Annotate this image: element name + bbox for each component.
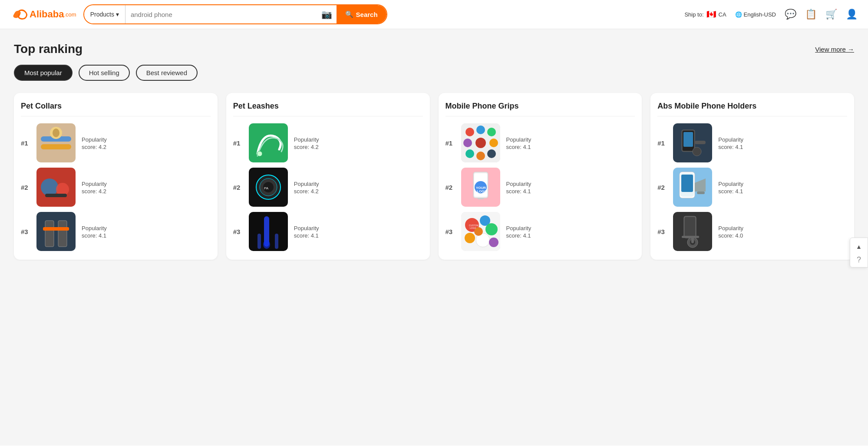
category-grid: Pet Collars#1 Popularityscore: 4.2#2 Pop… — [14, 93, 854, 260]
category-title-mobile-phone-grips: Mobile Phone Grips — [446, 102, 635, 116]
search-button[interactable]: 🔍 Search — [337, 5, 386, 23]
product-item[interactable]: #2 PA Popularityscore: 4.2 — [233, 168, 423, 207]
category-title-pet-leashes: Pet Leashes — [233, 102, 423, 116]
product-rank: #3 — [21, 228, 30, 235]
svg-text:PA: PA — [264, 186, 269, 190]
product-image-pet-leashes-2: PA — [249, 168, 288, 207]
scroll-up-button[interactable]: ▲ — [853, 241, 865, 253]
product-info: Popularityscore: 4.1 — [506, 224, 635, 239]
product-item[interactable]: #2 Popularityscore: 4.1 — [657, 168, 847, 207]
popularity-score: score: 4.2 — [82, 188, 211, 195]
popularity-score: score: 4.1 — [506, 188, 635, 195]
svg-rect-70 — [682, 236, 699, 238]
search-input[interactable] — [125, 5, 317, 23]
svg-rect-2 — [41, 144, 71, 149]
product-item[interactable]: #1 Popularityscore: 4.2 — [233, 123, 423, 162]
product-image-mobile-phone-grips-1 — [461, 123, 500, 162]
account-icon[interactable]: 👤 — [846, 9, 858, 20]
product-item[interactable]: #2 YOUR LOGO Popularityscore: 4.1 — [446, 168, 635, 207]
product-image-pet-collars-1 — [36, 123, 76, 162]
product-item[interactable]: #1 Popularityscore: 4.2 — [21, 123, 211, 162]
popularity-label: Popularity — [718, 224, 847, 233]
language-label: English-USD — [744, 11, 776, 18]
popularity-label: Popularity — [506, 224, 635, 233]
popularity-label: Popularity — [294, 224, 423, 233]
category-card-pet-leashes: Pet Leashes#1 Popularityscore: 4.2#2 PA … — [226, 93, 430, 260]
alibaba-logo-icon — [10, 7, 30, 22]
svg-point-27 — [476, 126, 485, 134]
product-info: Popularityscore: 4.1 — [718, 180, 847, 195]
product-info: Popularityscore: 4.0 — [718, 224, 847, 239]
language-selector[interactable]: 🌐 English-USD — [735, 11, 776, 18]
chevron-down-icon: ▾ — [116, 11, 119, 18]
svg-point-26 — [465, 128, 474, 136]
category-card-abs-mobile-phone-holders: Abs Mobile Phone Holders#1 Popularitysco… — [650, 93, 854, 260]
product-info: Popularityscore: 4.1 — [82, 224, 211, 239]
popularity-score: score: 4.1 — [506, 232, 635, 239]
svg-rect-12 — [43, 227, 69, 231]
product-rank: #1 — [657, 139, 667, 147]
logo[interactable]: Alibaba.com — [10, 7, 76, 22]
product-image-abs-mobile-phone-holders-1 — [673, 123, 712, 162]
product-image-pet-collars-2 — [36, 168, 76, 207]
product-rank: #3 — [233, 228, 243, 235]
tab-most-popular[interactable]: Most popular — [14, 65, 73, 81]
search-category-dropdown[interactable]: Products ▾ — [84, 5, 125, 23]
product-item[interactable]: #3 CUSTOM LOGO Popularityscore: 4.1 — [446, 212, 635, 251]
top-ranking-header: Top ranking View more → — [14, 42, 854, 56]
popularity-label: Popularity — [506, 180, 635, 188]
popularity-label: Popularity — [82, 224, 211, 233]
tab-hot-selling[interactable]: Hot selling — [79, 65, 130, 81]
svg-rect-56 — [683, 132, 693, 147]
globe-icon: 🌐 — [735, 11, 742, 18]
logo-com: .com — [64, 11, 76, 18]
product-item[interactable]: #3 Popularityscore: 4.1 — [233, 212, 423, 251]
svg-point-28 — [487, 128, 496, 136]
svg-rect-63 — [697, 192, 705, 194]
ship-to[interactable]: Ship to: 🇨🇦 CA — [684, 10, 726, 19]
popularity-score: score: 4.2 — [294, 188, 423, 195]
svg-point-22 — [263, 240, 270, 249]
product-item[interactable]: #3 Popularityscore: 4.1 — [21, 212, 211, 251]
chevron-up-icon: ▲ — [856, 243, 862, 250]
cart-icon[interactable]: 🛒 — [825, 9, 837, 20]
popularity-label: Popularity — [294, 180, 423, 188]
product-list-pet-collars: #1 Popularityscore: 4.2#2 Popularityscor… — [21, 123, 211, 251]
product-rank: #1 — [21, 139, 30, 147]
product-rank: #1 — [233, 139, 243, 147]
product-image-abs-mobile-phone-holders-2 — [673, 168, 712, 207]
category-card-mobile-phone-grips: Mobile Phone Grips#1 Popularityscore: 4.… — [439, 93, 642, 260]
tab-best-reviewed[interactable]: Best reviewed — [136, 65, 198, 81]
svg-point-32 — [476, 152, 485, 160]
product-info: Popularityscore: 4.2 — [82, 180, 211, 195]
view-more-link[interactable]: View more → — [815, 46, 854, 53]
help-icon[interactable]: ? — [857, 255, 861, 264]
orders-icon[interactable]: 📋 — [805, 9, 817, 20]
product-image-mobile-phone-grips-3: CUSTOM LOGO — [461, 212, 500, 251]
svg-rect-11 — [58, 221, 67, 247]
header-right: Ship to: 🇨🇦 CA 🌐 English-USD 💬 📋 🛒 👤 — [684, 9, 858, 20]
svg-point-30 — [489, 139, 498, 147]
product-info: Popularityscore: 4.2 — [82, 135, 211, 151]
messages-icon[interactable]: 💬 — [785, 9, 796, 20]
product-item[interactable]: #3 Popularityscore: 4.0 — [657, 212, 847, 251]
svg-text:LOGO: LOGO — [470, 227, 476, 229]
product-item[interactable]: #2 Popularityscore: 4.2 — [21, 168, 211, 207]
product-info: Popularityscore: 4.2 — [294, 180, 423, 195]
product-rank: #3 — [446, 228, 455, 235]
camera-search-button[interactable]: 📷 — [317, 9, 337, 20]
product-image-mobile-phone-grips-2: YOUR LOGO — [461, 168, 500, 207]
product-item[interactable]: #1 Popularityscore: 4.1 — [657, 123, 847, 162]
product-item[interactable]: #1 Popularityscore: 4.1 — [446, 123, 635, 162]
popularity-score: score: 4.1 — [294, 232, 423, 239]
product-list-mobile-phone-grips: #1 Popularityscore: 4.1#2 YOUR LOGO Popu… — [446, 123, 635, 251]
header: Alibaba.com Products ▾ 📷 🔍 Search Ship t… — [0, 0, 868, 29]
search-icon: 🔍 — [345, 10, 353, 18]
search-bar: Products ▾ 📷 🔍 Search — [83, 4, 387, 24]
page-title: Top ranking — [14, 42, 83, 56]
ship-to-country: CA — [719, 11, 726, 18]
category-card-pet-collars: Pet Collars#1 Popularityscore: 4.2#2 Pop… — [14, 93, 218, 260]
scroll-helper: ▲ ? — [850, 238, 868, 268]
product-rank: #2 — [21, 184, 30, 191]
svg-rect-62 — [681, 175, 693, 192]
